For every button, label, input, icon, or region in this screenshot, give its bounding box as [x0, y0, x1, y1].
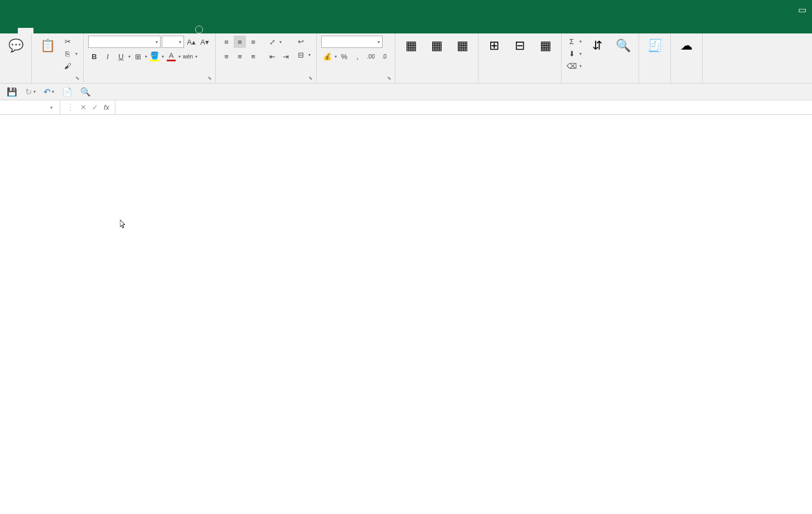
- tab-pagelayout[interactable]: [65, 28, 80, 33]
- chevron-down-icon[interactable]: ▾: [335, 54, 337, 59]
- italic-button[interactable]: I: [102, 50, 114, 62]
- number-format-select[interactable]: ▾: [321, 36, 383, 48]
- chevron-down-icon: ▾: [378, 40, 380, 45]
- chevron-down-icon[interactable]: ▾: [162, 54, 164, 59]
- tab-home[interactable]: [18, 28, 33, 33]
- tell-me[interactable]: [195, 26, 205, 33]
- group-label-clipboard: [36, 81, 79, 82]
- wrap-icon: ↩: [296, 37, 305, 46]
- tab-formulas[interactable]: [80, 28, 96, 33]
- chevron-down-icon[interactable]: ▾: [279, 40, 282, 45]
- print-preview-button[interactable]: 🔍: [80, 87, 91, 97]
- group-label-save: [675, 81, 698, 82]
- decrease-font-button[interactable]: A▾: [199, 36, 211, 48]
- insert-cells-button[interactable]: ⊞: [483, 36, 505, 57]
- align-bottom-button[interactable]: ≡: [247, 36, 259, 48]
- border-button[interactable]: ⊞: [132, 50, 144, 62]
- tab-review[interactable]: [112, 28, 127, 33]
- wrap-text-button[interactable]: ↩: [295, 36, 312, 47]
- italic-icon: I: [107, 52, 109, 61]
- cancel-button[interactable]: ✕: [80, 103, 86, 111]
- percent-button[interactable]: %: [338, 50, 350, 62]
- tab-pdftools[interactable]: [158, 28, 174, 33]
- align-middle-button[interactable]: ≡: [234, 36, 246, 48]
- paste-button[interactable]: 📋: [36, 36, 59, 57]
- align-left-button[interactable]: ≡: [220, 50, 233, 62]
- redo-button[interactable]: ↻▾: [25, 87, 36, 97]
- name-box[interactable]: ▾: [0, 100, 60, 114]
- increase-indent-button[interactable]: ⇥: [279, 50, 292, 62]
- align-top-button[interactable]: ≡: [220, 36, 233, 48]
- undo-icon: ↶: [44, 87, 51, 97]
- copy-button[interactable]: ⎘▾: [62, 48, 79, 59]
- format-painter-button[interactable]: 🖌: [62, 60, 79, 71]
- font-name-select[interactable]: ▾: [88, 36, 161, 48]
- comma-button[interactable]: ,: [351, 50, 364, 62]
- font-color-button[interactable]: A: [165, 50, 177, 62]
- phonetic-icon: wén: [183, 54, 193, 60]
- phonetic-button[interactable]: wén: [182, 50, 194, 62]
- tab-insert[interactable]: [49, 28, 65, 33]
- chevron-down-icon[interactable]: ▾: [195, 54, 197, 59]
- group-label-editing: [566, 81, 634, 82]
- align-center-button[interactable]: ≡: [234, 50, 246, 62]
- tab-mytemplate[interactable]: [33, 28, 49, 33]
- clear-button[interactable]: ⌫▾: [566, 60, 583, 71]
- increase-decimal-button[interactable]: .00: [365, 50, 377, 62]
- chevron-down-icon: ▾: [75, 51, 78, 56]
- fx-icon[interactable]: fx: [104, 103, 109, 111]
- number-dialog-launcher[interactable]: ⬊: [387, 75, 393, 81]
- find-select-button[interactable]: 🔍: [612, 36, 634, 57]
- cut-button[interactable]: ✂: [62, 36, 79, 47]
- orientation-button[interactable]: ⤢: [266, 36, 278, 48]
- format-cells-button[interactable]: ▦: [534, 36, 557, 57]
- tab-view[interactable]: [127, 28, 143, 33]
- chevron-down-icon[interactable]: ▾: [50, 105, 55, 110]
- alignment-dialog-launcher[interactable]: ⬊: [308, 75, 314, 81]
- fill-button[interactable]: ⬇▾: [566, 48, 583, 59]
- conditional-format-button[interactable]: ▦: [400, 36, 422, 57]
- insert-icon: ⊞: [485, 37, 503, 55]
- font-size-select[interactable]: ▾: [162, 36, 184, 48]
- send-to-wechat-button[interactable]: 💬: [4, 36, 27, 57]
- formula-input[interactable]: [115, 100, 812, 114]
- underline-button[interactable]: U: [115, 50, 127, 62]
- merge-center-button[interactable]: ⊟▾: [295, 49, 312, 60]
- enter-button[interactable]: ✓: [92, 103, 98, 111]
- increase-font-button[interactable]: A▴: [185, 36, 197, 48]
- chevron-down-icon[interactable]: ▾: [128, 54, 130, 59]
- delete-cells-button[interactable]: ⊟: [509, 36, 531, 57]
- table-format-button[interactable]: ▦: [426, 36, 448, 57]
- ribbon-display-options-icon[interactable]: ▭: [798, 4, 806, 15]
- undo-button[interactable]: ↶▾: [44, 87, 54, 97]
- chevron-down-icon: ▾: [33, 89, 36, 94]
- tab-data[interactable]: [96, 28, 112, 33]
- tab-file[interactable]: [2, 28, 18, 33]
- currency-button[interactable]: 💰: [321, 50, 334, 62]
- font-dialog-launcher[interactable]: ⬊: [207, 75, 213, 81]
- paste-icon: 📋: [38, 37, 56, 55]
- qat-button-1[interactable]: 📄: [62, 87, 72, 97]
- tab-developer[interactable]: [143, 28, 158, 33]
- sort-filter-button[interactable]: ⇵: [586, 36, 608, 57]
- group-label-alignment: [220, 81, 312, 82]
- bold-button[interactable]: B: [88, 50, 100, 62]
- decrease-indent-button[interactable]: ⇤: [266, 50, 278, 62]
- fill-color-button[interactable]: 🪣: [148, 50, 161, 62]
- chevron-down-icon[interactable]: ▾: [178, 54, 181, 59]
- cell-style-button[interactable]: ▦: [451, 36, 473, 57]
- save-button[interactable]: 💾: [7, 87, 17, 97]
- ribbon: 💬 📋 ✂ ⎘▾ 🖌 ⬊ ▾ ▾: [0, 33, 812, 84]
- chevron-down-icon: ▾: [179, 40, 181, 45]
- align-right-button[interactable]: ≡: [247, 50, 259, 62]
- tab-baidudisk[interactable]: [174, 28, 190, 33]
- decrease-decimal-button[interactable]: .0: [378, 50, 390, 62]
- group-label-number: [321, 81, 390, 82]
- autosum-button[interactable]: Σ▾: [566, 36, 583, 47]
- invoice-icon: 🧾: [646, 37, 664, 55]
- save-to-baidu-button[interactable]: ☁: [675, 36, 698, 57]
- name-box-input[interactable]: [0, 104, 50, 111]
- clipboard-dialog-launcher[interactable]: ⬊: [75, 75, 81, 81]
- invoice-check-button[interactable]: 🧾: [644, 36, 666, 57]
- chevron-down-icon[interactable]: ▾: [145, 54, 147, 59]
